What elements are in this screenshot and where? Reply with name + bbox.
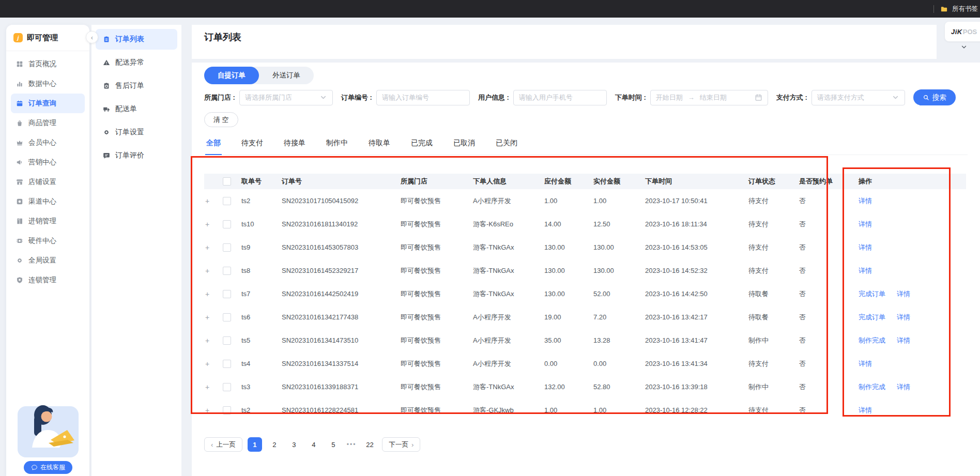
- chevron-down-icon: [319, 94, 327, 101]
- row-checkbox[interactable]: [223, 336, 231, 345]
- sidebar-item[interactable]: 商品管理: [11, 113, 85, 133]
- cell-order-time: 2023-10-16 18:11:34: [644, 212, 747, 236]
- cell-buyer: 游客-GKJkwb: [472, 398, 543, 422]
- bookmarks-bar-group[interactable]: 所有书签: [933, 0, 978, 18]
- order-action-link[interactable]: 详情: [859, 360, 872, 367]
- cell-buyer: 游客-K6sREo: [472, 212, 543, 236]
- row-checkbox[interactable]: [223, 313, 231, 321]
- clear-button[interactable]: 清 空: [204, 112, 238, 127]
- chevron-left-icon: ‹: [91, 34, 93, 41]
- status-tab[interactable]: 待支付: [240, 134, 264, 155]
- order-action-link[interactable]: 详情: [859, 267, 872, 274]
- sidebar-item[interactable]: 数据中心: [11, 74, 85, 94]
- user-info-filter: 用户信息 :: [478, 90, 607, 105]
- sidebar-item[interactable]: 会员中心: [11, 133, 85, 152]
- sidebar-item[interactable]: 全局设置: [11, 251, 85, 270]
- row-checkbox[interactable]: [223, 267, 231, 275]
- panel-toggle-icon[interactable]: [960, 43, 968, 51]
- page-number-button[interactable]: 22: [362, 437, 377, 452]
- calendar-icon: [755, 94, 762, 101]
- submenu-item[interactable]: 订单列表: [96, 29, 177, 50]
- prev-page-button[interactable]: ‹上一页: [204, 437, 242, 452]
- page-number-button[interactable]: 1: [248, 437, 262, 452]
- status-tab[interactable]: 已取消: [452, 134, 476, 155]
- expand-row-icon[interactable]: +: [205, 406, 209, 414]
- row-checkbox[interactable]: [223, 406, 231, 414]
- tab-delivery-orders[interactable]: 外送订单: [259, 67, 314, 84]
- row-checkbox[interactable]: [223, 243, 231, 252]
- row-checkbox[interactable]: [223, 220, 231, 228]
- order-action-link[interactable]: 详情: [859, 197, 872, 205]
- row-checkbox[interactable]: [223, 360, 231, 368]
- bookmarks-label: 所有书签: [952, 5, 978, 13]
- expand-row-icon[interactable]: +: [205, 360, 209, 368]
- select-all-checkbox[interactable]: [223, 177, 231, 186]
- submenu-item[interactable]: 配送单: [96, 99, 177, 119]
- tab-pickup-orders[interactable]: 自提订单: [204, 67, 259, 84]
- expand-row-icon[interactable]: +: [205, 336, 209, 345]
- status-tab[interactable]: 已完成: [410, 134, 434, 155]
- actions-cell: 详情: [858, 189, 966, 212]
- expand-row-icon[interactable]: +: [205, 290, 209, 298]
- search-icon: [923, 94, 929, 101]
- expand-row-icon[interactable]: +: [205, 383, 209, 391]
- store-select[interactable]: 请选择所属门店: [239, 90, 333, 105]
- status-tab[interactable]: 待接单: [283, 134, 307, 155]
- page-number-button[interactable]: 5: [326, 437, 341, 452]
- order-action-link[interactable]: 完成订单: [859, 313, 885, 321]
- order-no-input[interactable]: [376, 90, 470, 105]
- sidebar-item[interactable]: 硬件中心: [11, 231, 85, 251]
- order-action-link[interactable]: 制作完成: [859, 336, 885, 344]
- expand-row-icon[interactable]: +: [205, 197, 209, 205]
- cell-store: 即可餐饮预售: [400, 398, 472, 422]
- sidebar-item[interactable]: 订单查询: [11, 94, 85, 113]
- order-action-link[interactable]: 详情: [859, 406, 872, 414]
- order-action-link[interactable]: 详情: [897, 336, 910, 344]
- sidebar-item[interactable]: 店铺设置: [11, 172, 85, 192]
- next-page-label: 下一页: [389, 440, 408, 449]
- submenu-item[interactable]: 售后订单: [96, 75, 177, 96]
- next-page-button[interactable]: 下一页›: [382, 437, 420, 452]
- page-number-button[interactable]: 2: [267, 437, 282, 452]
- status-tab[interactable]: 全部: [205, 134, 222, 155]
- expand-row-icon[interactable]: +: [205, 243, 209, 252]
- row-checkbox[interactable]: [223, 383, 231, 391]
- chat-icon: [31, 464, 38, 471]
- expand-row-icon[interactable]: +: [205, 220, 209, 228]
- user-phone-input[interactable]: [513, 90, 607, 105]
- search-button[interactable]: 搜索: [913, 89, 956, 105]
- sidebar-item-label: 硬件中心: [28, 236, 56, 245]
- submenu-item[interactable]: 配送异常: [96, 52, 177, 73]
- submenu-item[interactable]: 订单评价: [96, 145, 177, 166]
- order-action-link[interactable]: 详情: [897, 383, 910, 391]
- sidebar-item[interactable]: 渠道中心: [11, 192, 85, 211]
- order-action-link[interactable]: 详情: [897, 290, 910, 298]
- table-row: +ts2SN202310171050415092即可餐饮预售A小程序开发1.00…: [204, 189, 966, 212]
- sidebar-item[interactable]: 首页概况: [11, 54, 85, 74]
- column-header: 操作: [858, 174, 966, 189]
- cell-paid-amount: 130.00: [592, 236, 644, 259]
- order-action-link[interactable]: 制作完成: [859, 383, 885, 391]
- payment-select[interactable]: 请选择支付方式: [811, 90, 905, 105]
- user-card[interactable]: JiKPOS 超管: [945, 22, 980, 41]
- expand-row-icon[interactable]: +: [205, 267, 209, 275]
- order-action-link[interactable]: 详情: [897, 313, 910, 321]
- page-number-button[interactable]: 4: [307, 437, 321, 452]
- order-action-link[interactable]: 详情: [859, 243, 872, 251]
- row-checkbox[interactable]: [223, 290, 231, 298]
- online-service-button[interactable]: 在线客服: [24, 461, 72, 474]
- status-tab[interactable]: 已关闭: [495, 134, 518, 155]
- date-range-picker[interactable]: 开始日期 → 结束日期: [650, 90, 768, 105]
- expand-row-icon[interactable]: +: [205, 313, 209, 321]
- submenu-item[interactable]: 订单设置: [96, 122, 177, 143]
- row-checkbox[interactable]: [223, 197, 231, 205]
- sidebar-item[interactable]: 营销中心: [11, 152, 85, 172]
- order-action-link[interactable]: 完成订单: [859, 290, 885, 298]
- page-number-button[interactable]: 3: [287, 437, 301, 452]
- sidebar-item[interactable]: 进销管理: [11, 211, 85, 231]
- order-action-link[interactable]: 详情: [859, 220, 872, 228]
- sidebar-item[interactable]: 连锁管理: [11, 270, 85, 290]
- sidebar-collapse-button[interactable]: ‹: [86, 31, 98, 43]
- status-tab[interactable]: 待取单: [368, 134, 391, 155]
- status-tab[interactable]: 制作中: [325, 134, 349, 155]
